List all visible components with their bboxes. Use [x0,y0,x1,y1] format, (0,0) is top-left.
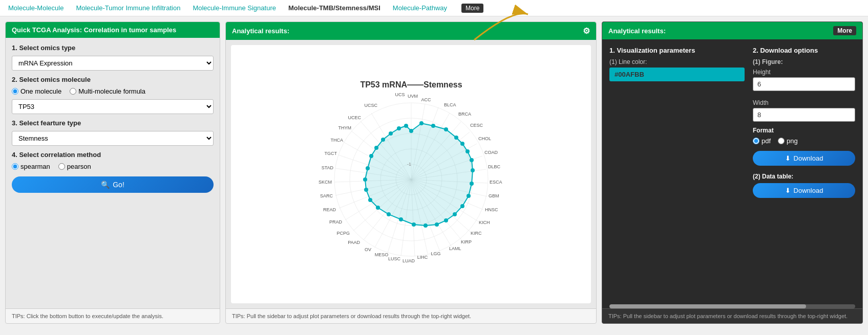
svg-text:ACC: ACC [421,97,431,102]
svg-point-59 [387,212,391,216]
molecule-radio-group: One molecule Multi-molecule formula [12,87,214,95]
middle-panel-footer: TIPs: Pull the sidebar to adjust plot pa… [226,308,596,323]
height-input[interactable] [753,77,855,91]
svg-text:CHOL: CHOL [478,136,491,141]
line-color-label: (1) Line color: [609,58,745,65]
section4-title: 4. Select correlation method [12,151,214,159]
top-navigation: Molecule-Molecule Molecule-Tumor Immune … [0,0,868,16]
settings-icon[interactable]: ⚙ [583,26,590,36]
data-table-download-button[interactable]: ⬇ Download [753,183,855,198]
download-section: 2. Download options (1) Figure: Height W… [753,47,855,297]
svg-text:DLBC: DLBC [488,164,501,169]
svg-point-51 [467,194,471,198]
left-panel-body: 1. Select omics type mRNA Expression CNV… [6,38,220,308]
svg-point-62 [364,188,368,192]
molecule-select[interactable]: TP53 [12,99,214,114]
right-panel-footer: TIPs: Pull the sidebar to adjust plot pa… [602,308,862,323]
svg-text:UCEC: UCEC [348,115,361,120]
multi-molecule-radio[interactable]: Multi-molecule formula [70,87,145,95]
svg-text:PCPG: PCPG [336,231,350,236]
svg-text:GBM: GBM [489,193,499,198]
nav-molecule-pathway[interactable]: Molecule-Pathway [393,4,447,12]
svg-text:KIRP: KIRP [461,239,472,244]
main-layout: Quick TCGA Analysis: Correlation in tumo… [0,16,868,329]
feature-type-select[interactable]: Stemness TMB MSI [12,131,214,146]
pearson-radio[interactable]: pearson [58,163,91,170]
section2-title: 2. Select omics molecule [12,76,214,83]
height-label: Height [753,69,855,76]
right-panel-title: Analytical results: [608,27,666,35]
section1-title: 1. Select omics type [12,44,214,52]
format-section: Format pdf png [753,127,855,145]
svg-text:CESC: CESC [470,123,483,128]
middle-panel-header: Analytical results: ⚙ [226,22,596,40]
svg-text:LIHC: LIHC [417,255,428,260]
svg-text:LUAD: LUAD [402,258,415,263]
svg-point-64 [366,166,370,170]
line-color-input[interactable] [609,68,745,81]
svg-point-58 [399,217,403,221]
svg-point-69 [397,126,401,130]
pdf-radio[interactable]: pdf [753,137,771,145]
nav-molecule-tumor[interactable]: Molecule-Tumor Immune Infiltration [76,4,180,12]
svg-text:THCA: THCA [330,138,343,143]
svg-text:COAD: COAD [484,150,498,155]
svg-point-67 [381,138,385,142]
middle-panel-title: Analytical results: [232,27,289,35]
go-button[interactable]: 🔍 Go! [12,176,214,193]
spearman-radio[interactable]: spearman [12,163,50,170]
visualization-section: 1. Visualization parameters (1) Line col… [609,47,745,297]
svg-point-70 [404,124,408,128]
svg-text:UCSC: UCSC [364,103,377,108]
format-radios: pdf png [753,137,855,145]
svg-text:PAAD: PAAD [348,240,360,245]
left-panel-header: Quick TCGA Analysis: Correlation in tumo… [6,22,220,38]
left-panel-footer: TIPs: Click the bottom button to execute… [6,308,220,323]
radar-chart: TP53 mRNA——Stemness [293,72,529,277]
svg-text:TP53 mRNA——Stemness: TP53 mRNA——Stemness [360,80,462,89]
svg-point-49 [471,168,475,172]
svg-point-68 [389,131,393,136]
one-molecule-radio[interactable]: One molecule [12,87,61,95]
svg-text:UVM: UVM [408,94,418,99]
svg-point-54 [444,218,448,222]
svg-text:MESO: MESO [374,252,388,257]
svg-text:PRAD: PRAD [329,219,342,225]
svg-text:-1: -1 [407,162,411,167]
png-radio[interactable]: png [778,137,798,145]
svg-text:ESCA: ESCA [490,180,502,185]
svg-text:SKCM: SKCM [318,180,331,185]
svg-point-42 [419,121,424,125]
correlation-radio-group: spearman pearson [12,163,214,170]
svg-point-63 [363,177,367,182]
data-table-label: (2) Data table: [753,173,855,180]
width-input[interactable] [753,108,855,122]
svg-point-48 [470,158,474,162]
right-panel: Analytical results: More 1. Visualizatio… [602,21,863,324]
omics-type-select[interactable]: mRNA Expression CNV Methylation Protein [12,56,214,71]
viz-section-title: 1. Visualization parameters [609,47,745,54]
middle-panel: Analytical results: ⚙ TP53 mRNA——Stemnes… [225,21,597,324]
chart-area: TP53 mRNA——Stemness [231,45,591,303]
figure-label: (1) Figure: [753,58,855,65]
svg-text:BLCA: BLCA [444,102,456,107]
svg-text:OV: OV [364,247,371,252]
svg-text:UCS: UCS [395,92,405,97]
nav-molecule-molecule[interactable]: Molecule-Molecule [8,4,63,12]
nav-more-button[interactable]: More [461,4,483,13]
right-panel-body: 1. Visualization parameters (1) Line col… [602,39,862,304]
figure-download-button[interactable]: ⬇ Download [753,151,855,166]
svg-text:READ: READ [323,207,336,212]
svg-point-47 [465,149,470,153]
nav-molecule-tmb[interactable]: Molecule-TMB/Stemness/MSI [288,4,380,12]
svg-point-46 [460,142,464,146]
svg-point-66 [374,146,378,150]
horizontal-scrollbar[interactable] [609,304,855,308]
svg-point-56 [424,224,428,228]
scrollbar-thumb [609,304,806,308]
download-icon-2: ⬇ [785,187,791,194]
svg-text:TGCT: TGCT [324,151,337,156]
left-panel-title: Quick TCGA Analysis: Correlation in tumo… [12,26,176,34]
right-panel-more-button[interactable]: More [833,26,856,35]
nav-molecule-immune[interactable]: Molecule-Immune Signature [193,4,276,12]
